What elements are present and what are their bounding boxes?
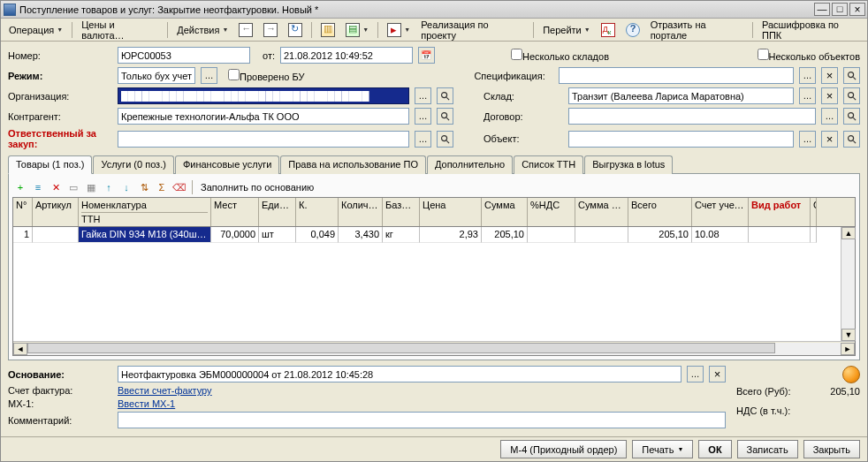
cell-spec[interactable]	[811, 227, 817, 243]
col-account[interactable]: Счет учета (БУ)	[692, 198, 749, 226]
invoice-link[interactable]: Ввести счет-фактуру	[118, 385, 212, 396]
mode-input[interactable]	[118, 67, 195, 84]
col-baseunit[interactable]: Базо…един…	[383, 198, 420, 226]
org-input[interactable]	[118, 87, 409, 104]
cell-qty[interactable]: 3,430	[339, 227, 383, 243]
counterparty-input[interactable]	[118, 108, 409, 125]
doc-btn-1[interactable]	[316, 21, 339, 39]
maximize-button[interactable]: □	[832, 3, 848, 16]
cell-total[interactable]: 205,10	[628, 227, 692, 243]
calendar-button[interactable]	[418, 47, 435, 64]
table-row[interactable]: 1 Гайка DIN 934 М18 (340шт… 70,0000 шт 0…	[13, 227, 841, 243]
col-sum[interactable]: Сумма	[482, 198, 528, 226]
spec-input[interactable]	[559, 67, 794, 84]
cell-k[interactable]: 0,049	[296, 227, 339, 243]
object-select-button[interactable]	[799, 131, 816, 148]
tab-ttnlist[interactable]: Список ТТН	[514, 155, 583, 174]
date-input[interactable]	[280, 47, 413, 64]
tab-finservices[interactable]: Финансовые услуги	[175, 155, 279, 174]
object-clear-button[interactable]	[821, 131, 838, 148]
grid-add-icon[interactable]	[12, 179, 28, 195]
responsible-select-button[interactable]	[415, 131, 431, 148]
actions-menu[interactable]: Действия▼	[172, 21, 232, 39]
minimize-button[interactable]: —	[814, 3, 830, 16]
responsible-input[interactable]	[118, 131, 409, 148]
object-input[interactable]	[568, 131, 794, 148]
portal-button[interactable]: Отразить на портале	[646, 21, 748, 39]
multi-warehouses-chk[interactable]: Несколько складов	[511, 49, 609, 62]
cell-nomen[interactable]: Гайка DIN 934 М18 (340шт…	[79, 227, 211, 243]
nav-back-button[interactable]	[234, 21, 257, 39]
counterparty-select-button[interactable]	[415, 108, 431, 125]
col-worktype[interactable]: Вид работ	[749, 198, 811, 226]
dk-button[interactable]	[597, 21, 620, 39]
col-vatpct[interactable]: %НДС	[528, 198, 575, 226]
prices-button[interactable]: Цены и валюта…	[77, 21, 163, 39]
org-search-button[interactable]	[437, 87, 453, 104]
org-select-button[interactable]	[415, 87, 431, 104]
cell-n[interactable]: 1	[13, 227, 33, 243]
cell-account[interactable]: 10.08	[692, 227, 749, 243]
basis-input[interactable]	[118, 366, 681, 382]
scroll-right-icon[interactable]: ►	[841, 343, 855, 355]
grid-sort-icon[interactable]	[136, 179, 152, 195]
print-button[interactable]: Печать▼	[632, 440, 693, 458]
grid-vscroll[interactable]: ▲ ▼	[841, 227, 855, 341]
fill-by-basis-link[interactable]: Заполнить по основанию	[201, 182, 314, 193]
spec-clear-button[interactable]	[821, 67, 838, 84]
cell-price[interactable]: 2,93	[420, 227, 482, 243]
warehouse-select-button[interactable]	[799, 87, 816, 104]
cell-unit[interactable]: шт	[259, 227, 296, 243]
contract-search-button[interactable]	[843, 108, 860, 125]
nav-fwd-button[interactable]	[259, 21, 282, 39]
number-input[interactable]	[118, 47, 250, 64]
realization-button[interactable]: Реализация по проекту	[416, 21, 529, 39]
grid-movedown-icon[interactable]	[118, 179, 134, 195]
basis-select-button[interactable]	[687, 366, 704, 382]
tab-userights[interactable]: Права на использование ПО	[280, 155, 426, 174]
checked-bu-chk[interactable]: Проверено БУ	[228, 69, 304, 82]
responsible-search-button[interactable]	[437, 131, 453, 148]
comment-input[interactable]	[118, 412, 726, 428]
tab-services[interactable]: Услуги (0 поз.)	[93, 155, 173, 174]
col-k[interactable]: К.	[296, 198, 339, 226]
warehouse-input[interactable]	[568, 87, 794, 104]
tab-lotus[interactable]: Выгрузка в lotus	[584, 155, 673, 174]
grid-delete-icon[interactable]	[48, 179, 64, 195]
col-price[interactable]: Цена	[420, 198, 482, 226]
mode-select-button[interactable]	[201, 67, 217, 84]
ppk-button[interactable]: Расшифровка по ППК	[758, 21, 864, 39]
contract-input[interactable]	[568, 108, 816, 125]
cell-sum[interactable]: 205,10	[482, 227, 528, 243]
m4-button[interactable]: М-4 (Приходный ордер)	[500, 440, 627, 458]
operation-menu[interactable]: Операция▼	[4, 21, 67, 39]
close-button[interactable]: Закрыть	[803, 440, 860, 458]
col-spec[interactable]: Спецификац	[811, 198, 817, 226]
cell-baseunit[interactable]: кг	[383, 227, 420, 243]
grid-hscroll[interactable]: ◄ ►	[13, 341, 855, 355]
close-window-button[interactable]: ×	[849, 3, 865, 16]
scroll-left-icon[interactable]: ◄	[13, 343, 27, 355]
mx1-link[interactable]: Ввести МХ-1	[118, 398, 175, 409]
warehouse-search-button[interactable]	[843, 87, 860, 104]
grid-moveup-icon[interactable]	[101, 179, 117, 195]
spec-search-button[interactable]	[843, 67, 860, 84]
grid-clear-icon[interactable]	[171, 179, 187, 195]
multi-objects-chk[interactable]: Несколько объектов	[758, 49, 861, 62]
scroll-thumb[interactable]	[27, 343, 775, 353]
counterparty-search-button[interactable]	[437, 108, 453, 125]
cell-worktype[interactable]	[749, 227, 811, 243]
help-button[interactable]	[621, 21, 644, 39]
cell-vatpct[interactable]	[528, 227, 575, 243]
spec-select-button[interactable]	[799, 67, 816, 84]
cell-article[interactable]	[33, 227, 79, 243]
contract-select-button[interactable]	[821, 108, 838, 125]
col-nomen[interactable]: НоменклатураТТН	[79, 198, 211, 226]
ok-button[interactable]: ОК	[698, 440, 731, 458]
scroll-down-icon[interactable]: ▼	[841, 329, 856, 341]
col-n[interactable]: N°	[13, 198, 33, 226]
tab-additional[interactable]: Дополнительно	[427, 155, 513, 174]
object-search-button[interactable]	[843, 131, 860, 148]
basis-clear-button[interactable]	[709, 366, 726, 382]
col-unit[interactable]: Един…	[259, 198, 296, 226]
